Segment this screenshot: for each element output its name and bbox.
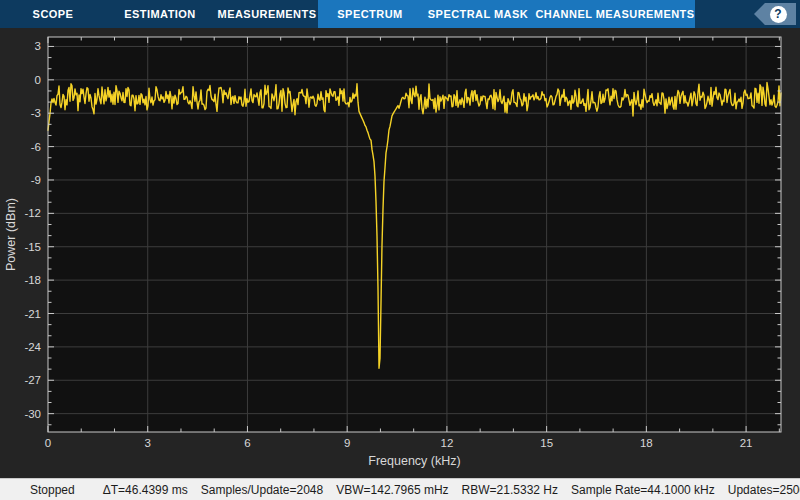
y-tick-label: 3 bbox=[35, 40, 41, 52]
y-tick-label: -21 bbox=[24, 308, 41, 320]
x-tick-label: 0 bbox=[45, 437, 51, 449]
tab-channel-measurements[interactable]: CHANNEL MEASUREMENTS bbox=[535, 0, 694, 28]
x-tick-label: 15 bbox=[540, 437, 553, 449]
spectrum-analyzer-window: SCOPEESTIMATIONMEASUREMENTSSPECTRUMSPECT… bbox=[0, 0, 800, 500]
x-tick-label: 18 bbox=[640, 437, 653, 449]
x-tick-label: 6 bbox=[244, 437, 250, 449]
status-item: Updates=2500 bbox=[728, 483, 800, 497]
spectrum-panel: 03691215182130-3-6-9-12-15-18-21-24-27-3… bbox=[0, 28, 800, 478]
y-tick-label: -24 bbox=[24, 341, 41, 353]
tab-measurements[interactable]: MEASUREMENTS bbox=[218, 0, 317, 28]
status-items: ΔT=46.4399 msSamples/Update=2048VBW=142.… bbox=[103, 483, 800, 497]
status-bar: Stopped ΔT=46.4399 msSamples/Update=2048… bbox=[0, 478, 800, 500]
y-tick-label: -12 bbox=[24, 207, 41, 219]
x-axis-label: Frequency (kHz) bbox=[368, 454, 460, 468]
status-state: Stopped bbox=[30, 483, 75, 497]
toolbar: SCOPEESTIMATIONMEASUREMENTSSPECTRUMSPECT… bbox=[0, 0, 800, 28]
tab-scope[interactable]: SCOPE bbox=[33, 0, 74, 28]
help-button[interactable]: ? bbox=[754, 3, 796, 25]
y-tick-label: -9 bbox=[31, 174, 41, 186]
y-tick-label: -6 bbox=[31, 141, 41, 153]
y-tick-label: -15 bbox=[24, 241, 41, 253]
plot-canvas[interactable]: 03691215182130-3-6-9-12-15-18-21-24-27-3… bbox=[0, 28, 800, 478]
y-tick-label: -3 bbox=[31, 107, 41, 119]
status-item: Samples/Update=2048 bbox=[201, 483, 323, 497]
x-tick-label: 9 bbox=[344, 437, 350, 449]
x-tick-label: 21 bbox=[740, 437, 753, 449]
x-tick-label: 3 bbox=[145, 437, 151, 449]
tab-spectrum[interactable]: SPECTRUM bbox=[337, 0, 402, 28]
y-tick-label: -18 bbox=[24, 274, 41, 286]
tab-estimation[interactable]: ESTIMATION bbox=[124, 0, 196, 28]
help-icon: ? bbox=[770, 6, 787, 23]
status-item: Sample Rate=44.1000 kHz bbox=[571, 483, 715, 497]
x-tick-label: 12 bbox=[441, 437, 454, 449]
y-tick-label: 0 bbox=[35, 74, 41, 86]
status-item: RBW=21.5332 Hz bbox=[462, 483, 558, 497]
status-item: ΔT=46.4399 ms bbox=[103, 483, 188, 497]
y-tick-label: -30 bbox=[24, 408, 41, 420]
y-tick-label: -27 bbox=[24, 374, 41, 386]
status-item: VBW=142.7965 mHz bbox=[336, 483, 448, 497]
tab-spectral-mask[interactable]: SPECTRAL MASK bbox=[428, 0, 528, 28]
y-axis-label: Power (dBm) bbox=[4, 198, 18, 271]
